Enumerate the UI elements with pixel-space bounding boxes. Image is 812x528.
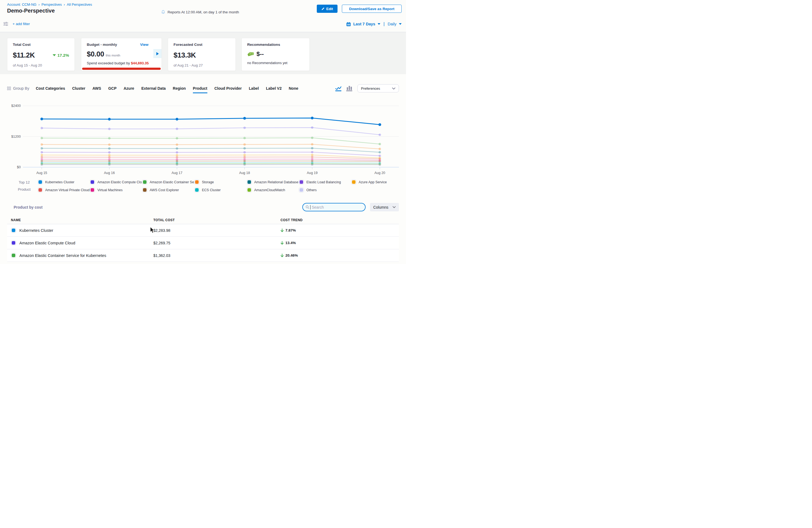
col-header-name: NAME: [11, 218, 153, 222]
breadcrumb-account-link[interactable]: Account: CCM-NG: [7, 2, 37, 6]
legend-item[interactable]: Kubernetes Cluster: [38, 179, 90, 185]
chart-area: $0$1200$2400Aug 15Aug 16Aug 17Aug 18Aug …: [7, 100, 399, 178]
groupby-tab-label-v2[interactable]: Label V2: [266, 86, 282, 93]
budget-exceeded-text: Spend exceeded budget by: [87, 61, 130, 65]
download-save-report-button[interactable]: Download/Save as Report: [342, 5, 402, 13]
row-name-cell: Kubernetes Cluster: [11, 228, 153, 233]
legend-item[interactable]: Storage: [194, 179, 247, 185]
groupby-tab-azure[interactable]: Azure: [124, 86, 134, 93]
groupby-tab-aws[interactable]: AWS: [92, 86, 101, 93]
product-name: Amazon Elastic Compute Cloud: [19, 241, 75, 245]
chevron-down-icon: [393, 206, 396, 208]
calendar-icon: [346, 22, 351, 27]
table-row[interactable]: Amazon Elastic Container Service for Kub…: [7, 249, 399, 262]
product-name: Kubernetes Cluster: [19, 228, 53, 233]
legend-item[interactable]: AmazonCloudWatch: [247, 187, 299, 193]
legend-item[interactable]: Amazon Relational Database ...: [247, 179, 299, 185]
bar-chart-icon: [346, 85, 352, 91]
legend-color-swatch: [194, 187, 200, 193]
legend-item[interactable]: Azure App Service: [351, 179, 404, 185]
total-cost-cell: $1,362.03: [153, 253, 280, 258]
edit-button[interactable]: Edit: [317, 5, 337, 13]
preferences-dropdown[interactable]: Preferences: [358, 84, 399, 92]
table-toolbar: Product by cost Columns: [7, 203, 399, 211]
total-cost-title: Total Cost: [13, 43, 69, 47]
grid-icon: [7, 86, 11, 90]
chevron-down-icon: [399, 23, 402, 25]
svg-text:Aug 15: Aug 15: [36, 171, 47, 175]
add-filter-button[interactable]: + add filter: [13, 22, 30, 26]
legend-item[interactable]: AWS Cost Explorer: [142, 187, 194, 193]
groupby-tab-cost-categories[interactable]: Cost Categories: [36, 86, 65, 93]
legend-item[interactable]: Amazon Elastic Container Se...: [142, 179, 194, 185]
legend-label: Amazon Virtual Private Cloud: [45, 188, 90, 192]
col-header-total-cost: TOTAL COST: [153, 218, 280, 222]
legend-item[interactable]: ECS Cluster: [194, 187, 247, 193]
columns-label: Columns: [373, 205, 388, 209]
trend-percent: 7.87%: [286, 228, 296, 232]
legend-group-label: Top 12 Product: [11, 178, 38, 194]
columns-dropdown[interactable]: Columns: [370, 203, 399, 211]
reports-schedule-note: Reports At 12:00 AM, on day 1 of the mon…: [161, 10, 239, 14]
legend-item[interactable]: Virtual Machines: [90, 187, 142, 193]
group-by-label: Group By: [13, 86, 29, 90]
legend-item[interactable]: Elastic Load Balancing: [299, 179, 351, 185]
date-range-selector[interactable]: Last 7 Days: [353, 22, 375, 26]
total-cost-value: $11.2K: [13, 51, 35, 59]
edit-button-label: Edit: [326, 7, 333, 11]
trend-percent: 20.46%: [286, 253, 298, 258]
filter-sliders-icon[interactable]: [3, 21, 8, 26]
recommendations-value: $--: [257, 50, 264, 58]
search-box: [302, 203, 366, 211]
legend-color-swatch: [142, 187, 147, 193]
total-cost-cell: $2,269.75: [153, 241, 280, 245]
budget-expand-button[interactable]: [153, 49, 161, 58]
groupby-tab-label[interactable]: Label: [249, 86, 259, 93]
legend-color-swatch: [247, 187, 252, 193]
legend-row: Kubernetes ClusterAmazon Elastic Compute…: [38, 178, 404, 186]
chevron-down-icon: [378, 23, 380, 25]
groupby-tab-region[interactable]: Region: [173, 86, 186, 93]
granularity-selector[interactable]: Daily: [388, 22, 396, 26]
svg-text:Aug 20: Aug 20: [374, 171, 385, 175]
page-title: Demo-Perspective: [7, 8, 55, 14]
groupby-tab-gcp[interactable]: GCP: [108, 86, 116, 93]
legend-label: Others: [306, 188, 317, 192]
forecasted-cost-card: Forecasted Cost $13.3K of Aug 21 - Aug 2…: [168, 38, 236, 71]
budget-view-link[interactable]: View: [140, 43, 148, 47]
table-section-heading: Product by cost: [14, 205, 43, 209]
pencil-icon: [321, 7, 325, 10]
groupby-tabs: Cost CategoriesClusterAWSGCPAzureExterna…: [36, 86, 298, 90]
legend-label: Amazon Relational Database ...: [254, 180, 302, 184]
arrow-down-icon: [280, 254, 284, 258]
reports-note-text: Reports At 12:00 AM, on day 1 of the mon…: [168, 10, 239, 14]
recommendations-card: Recommendations $-- no Recommendations y…: [242, 38, 310, 71]
groupby-tab-cloud-provider[interactable]: Cloud Provider: [215, 86, 242, 93]
legend-item[interactable]: Amazon Elastic Compute Clo...: [90, 179, 142, 185]
col-header-cost-trend: COST TREND: [280, 218, 399, 222]
breadcrumb: Account: CCM-NG › Perspectives › All Per…: [7, 2, 92, 6]
search-input[interactable]: [311, 205, 362, 209]
trend-down-triangle-icon: [53, 54, 56, 56]
legend-item[interactable]: Others: [299, 187, 351, 193]
product-name: Amazon Elastic Container Service for Kub…: [19, 253, 106, 258]
groupby-tab-none[interactable]: None: [289, 86, 298, 93]
legend-item[interactable]: Amazon Virtual Private Cloud: [38, 187, 90, 193]
groupby-tab-cluster[interactable]: Cluster: [72, 86, 85, 93]
money-banknotes-icon: [247, 51, 254, 57]
line-chart-view-button[interactable]: [335, 85, 342, 91]
filter-bar: + add filter Last 7 Days | Daily: [0, 16, 406, 32]
bar-chart-view-button[interactable]: [346, 85, 352, 91]
breadcrumb-perspectives-link[interactable]: Perspectives: [42, 2, 62, 6]
groupby-tab-external-data[interactable]: External Data: [141, 86, 165, 93]
legend-label: ECS Cluster: [202, 188, 221, 192]
svg-text:$2400: $2400: [11, 104, 21, 108]
line-chart-icon: [335, 85, 342, 91]
table-row[interactable]: Amazon Elastic Compute Cloud$2,269.7513.…: [7, 237, 399, 249]
breadcrumb-all-perspectives-link[interactable]: All Perspectives: [67, 2, 92, 6]
table-row[interactable]: Kubernetes Cluster$2,283.987.87%: [7, 224, 399, 237]
legend-color-swatch: [38, 179, 43, 185]
bell-icon: [161, 10, 165, 14]
groupby-tab-product[interactable]: Product: [193, 86, 207, 93]
search-icon: [306, 205, 309, 209]
